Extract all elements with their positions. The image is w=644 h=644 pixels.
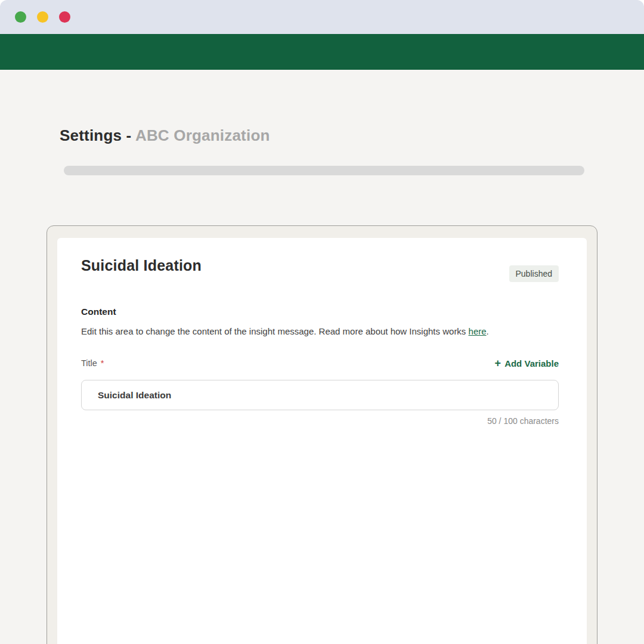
app-window: Settings - ABC Organization Suicidal Ide…	[0, 0, 644, 644]
title-input[interactable]	[81, 380, 559, 410]
loading-skeleton-bar	[64, 166, 584, 175]
page-title-settings: Settings -	[60, 126, 131, 144]
required-asterisk: *	[101, 358, 104, 368]
insight-heading: Suicidal Ideation	[81, 257, 202, 274]
add-variable-label: Add Variable	[504, 358, 559, 369]
window-green-light-icon[interactable]	[15, 11, 26, 23]
title-add-variable-button[interactable]: + Add Variable	[495, 358, 559, 369]
content-section-description: Edit this area to change the content of …	[81, 326, 559, 336]
page-title: Settings - ABC Organization	[60, 126, 270, 145]
page-title-organization: ABC Organization	[135, 126, 270, 144]
insight-card-inner: Suicidal Ideation Published Content Edit…	[57, 238, 587, 644]
title-char-count: 50 / 100 characters	[487, 416, 559, 426]
window-titlebar	[0, 0, 644, 34]
title-label-text: Title	[81, 358, 97, 368]
title-field-label: Title *	[81, 358, 104, 368]
window-red-light-icon[interactable]	[59, 11, 70, 23]
status-badge: Published	[509, 265, 559, 282]
app-navbar	[0, 34, 644, 70]
insights-docs-link[interactable]: here	[469, 326, 487, 336]
description-text: Edit this area to change the content of …	[81, 326, 469, 336]
plus-icon: +	[495, 358, 501, 369]
content-section-label: Content	[81, 306, 116, 317]
insight-card: Suicidal Ideation Published Content Edit…	[47, 225, 597, 644]
window-yellow-light-icon[interactable]	[37, 11, 48, 23]
window-controls	[15, 11, 70, 23]
page-content: Settings - ABC Organization Suicidal Ide…	[0, 70, 644, 644]
description-period: .	[487, 326, 489, 336]
